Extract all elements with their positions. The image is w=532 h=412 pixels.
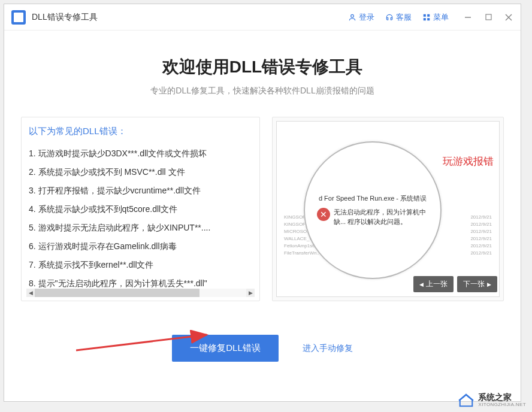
support-link[interactable]: 客服 [385,12,412,23]
page-subtitle: 专业的DLL修复工具，快速解决各种软件DLL崩溃报错的问题 [21,86,504,96]
window-controls [463,13,513,22]
login-label: 登录 [359,12,374,23]
main-content: 欢迎使用DLL错误专修工具 专业的DLL修复工具，快速解决各种软件DLL崩溃报错… [4,31,521,362]
watermark-url: XITONGZHIJIA.NET [478,402,526,407]
prev-image-button[interactable]: ◀ 上一张 [413,276,454,292]
screenshot-caption: 玩游戏报错 [443,154,494,168]
maximize-button[interactable] [483,13,493,22]
headset-icon [385,13,394,22]
error-item: 4. 系统提示缺少或找不到qt5core.dll文件 [29,200,252,219]
error-icon: ✕ [317,208,330,221]
minimize-button[interactable] [463,13,473,22]
errors-title: 以下为常见的DLL错误： [29,126,252,137]
prev-label: 上一张 [426,279,448,289]
next-label: 下一张 [463,279,485,289]
error-item: 3. 打开程序报错，提示缺少vcruntime**.dll文件 [29,181,252,200]
titlebar: DLL错误专修工具 登录 客服 菜单 [4,4,521,31]
grid-icon [422,13,431,22]
svg-rect-6 [486,14,491,20]
app-window: DLL错误专修工具 登录 客服 菜单 [4,4,521,402]
next-image-button[interactable]: 下一张 ▶ [457,276,497,292]
svg-rect-1 [424,14,426,16]
panels-row: 以下为常见的DLL错误： 1. 玩游戏时提示缺少D3DX***.dll文件或文件… [21,117,504,301]
bottom-actions: 一键修复DLL错误 进入手动修复 [21,335,504,362]
app-logo-icon [11,10,26,25]
magnifier-overlay: d For Speed The Run.exe - 系统错误 ✕ 无法启动此程序… [304,141,442,279]
svg-rect-4 [427,18,430,20]
error-item: 1. 玩游戏时提示缺少D3DX***.dll文件或文件损坏 [29,144,252,163]
menu-label: 菜单 [433,12,449,23]
errors-list: 1. 玩游戏时提示缺少D3DX***.dll文件或文件损坏 2. 系统提示缺少或… [29,144,252,293]
svg-rect-3 [424,18,426,20]
error-item: 5. 游戏时提示无法启动此程序，缺少XINPUT**.... [29,219,252,237]
preview-panel: KINGSOFT**2012/9/21 KINGSOFT**2012/9/21 … [272,117,504,301]
scroll-track[interactable] [35,289,246,297]
horizontal-scrollbar[interactable]: ◀ ▶ [26,289,255,297]
scroll-left-icon[interactable]: ◀ [26,289,35,297]
errors-panel: 以下为常见的DLL错误： 1. 玩游戏时提示缺少D3DX***.dll文件或文件… [21,117,260,301]
error-item: 6. 运行游戏时提示存在Gamelink.dll病毒 [29,237,252,256]
app-title: DLL错误专修工具 [32,12,98,23]
close-button[interactable] [504,13,513,22]
user-icon [348,13,356,22]
house-icon [458,393,474,407]
login-link[interactable]: 登录 [348,12,374,23]
error-item: 7. 系统提示找不到kernel**.dll文件 [29,256,252,274]
triangle-right-icon: ▶ [487,281,491,287]
error-item: 2. 系统提示缺少或找不到 MSVC**.dll 文件 [29,163,252,181]
page-heading: 欢迎使用DLL错误专修工具 [21,56,504,78]
menu-link[interactable]: 菜单 [422,12,449,23]
triangle-left-icon: ◀ [419,281,424,287]
support-label: 客服 [396,12,412,23]
svg-rect-2 [427,14,430,16]
fix-dll-button[interactable]: 一键修复DLL错误 [172,335,279,362]
svg-point-0 [351,14,354,17]
watermark-name: 系统之家 [478,393,526,402]
manual-fix-link[interactable]: 进入手动修复 [303,343,353,354]
scroll-thumb[interactable] [35,289,200,297]
scroll-right-icon[interactable]: ▶ [246,289,255,297]
preview-nav: ◀ 上一张 下一张 ▶ [413,276,497,292]
error-dialog-title: d For Speed The Run.exe - 系统错误 [315,194,430,203]
watermark: 系统之家 XITONGZHIJIA.NET [458,393,526,407]
error-dialog-body: 无法启动此程序，因为计算机中缺... 程序以解决此问题。 [334,208,428,226]
